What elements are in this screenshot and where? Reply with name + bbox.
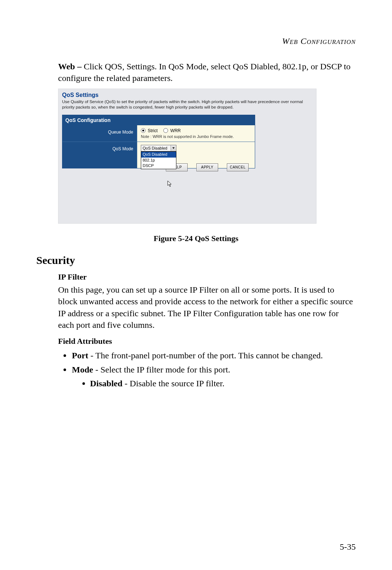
attr-text: - The front-panel port-number of the por… bbox=[88, 351, 323, 360]
qos-config-header: QoS Configuration bbox=[62, 115, 255, 125]
list-item: Disabled - Disable the source IP filter. bbox=[90, 378, 356, 389]
ip-filter-text: On this page, you can set up a source IP… bbox=[58, 284, 356, 331]
qos-mode-option[interactable]: QoS Disabled bbox=[141, 152, 176, 158]
field-attributes-sublist: Disabled - Disable the source IP filter. bbox=[79, 378, 356, 389]
intro-rest: Click QOS, Settings. In QoS Mode, select… bbox=[58, 62, 351, 83]
apply-button[interactable]: APPLY bbox=[196, 163, 218, 171]
intro-paragraph: Web – Click QOS, Settings. In QoS Mode, … bbox=[58, 61, 356, 84]
subattr-label: Disabled bbox=[90, 379, 122, 388]
chevron-down-icon[interactable] bbox=[171, 145, 176, 151]
qos-mode-option[interactable]: 802.1p bbox=[141, 158, 176, 163]
intro-lead: Web – bbox=[58, 62, 82, 71]
qos-mode-select[interactable]: QoS Disabled QoS Disabled 802.1p DSCP bbox=[141, 145, 176, 151]
page-number: 5-35 bbox=[340, 542, 356, 552]
field-attributes-heading: Field Attributes bbox=[58, 337, 356, 346]
queue-mode-row: Queue Mode Strict WRR Note : WRR is not … bbox=[62, 125, 255, 142]
radio-wrr-label: WRR bbox=[170, 128, 181, 133]
list-item: Port - The front-panel port-number of th… bbox=[71, 350, 356, 361]
radio-strict-label: Strict bbox=[148, 128, 158, 133]
radio-wrr[interactable] bbox=[163, 128, 168, 133]
field-attributes-list: Port - The front-panel port-number of th… bbox=[58, 350, 356, 389]
qos-settings-screenshot: QoS Settings Use Quality of Service (QoS… bbox=[58, 89, 317, 224]
qos-title: QoS Settings bbox=[58, 89, 316, 99]
qos-description: Use Quality of Service (QoS) to set the … bbox=[58, 99, 316, 114]
security-heading: Security bbox=[36, 254, 356, 266]
qos-config-table: QoS Configuration Queue Mode Strict WRR … bbox=[62, 115, 255, 168]
attr-text: - Select the IP filter mode for this por… bbox=[93, 365, 230, 374]
attr-label: Mode bbox=[72, 365, 93, 374]
page-header-right: Web Configuration bbox=[36, 36, 356, 46]
qos-mode-dropdown[interactable]: QoS Disabled 802.1p DSCP bbox=[141, 151, 176, 169]
queue-mode-note: Note : WRR is not supported in Jumbo Fra… bbox=[141, 134, 251, 139]
ip-filter-heading: IP Filter bbox=[58, 272, 356, 282]
queue-mode-radios: Strict WRR bbox=[141, 128, 251, 133]
qos-mode-option[interactable]: DSCP bbox=[141, 163, 176, 169]
cursor-icon bbox=[167, 180, 173, 189]
svg-marker-0 bbox=[172, 147, 175, 149]
attr-label: Port bbox=[72, 351, 88, 360]
queue-mode-label: Queue Mode bbox=[62, 125, 137, 142]
figure-caption: Figure 5-24 QoS Settings bbox=[36, 234, 356, 243]
queue-mode-field: Strict WRR Note : WRR is not supported i… bbox=[137, 125, 255, 142]
subattr-text: - Disable the source IP filter. bbox=[122, 379, 224, 388]
list-item: Mode - Select the IP filter mode for thi… bbox=[71, 364, 356, 390]
page: Web Configuration Web – Click QOS, Setti… bbox=[0, 0, 392, 570]
cancel-button[interactable]: CANCEL bbox=[227, 163, 249, 171]
radio-strict[interactable] bbox=[141, 128, 146, 133]
